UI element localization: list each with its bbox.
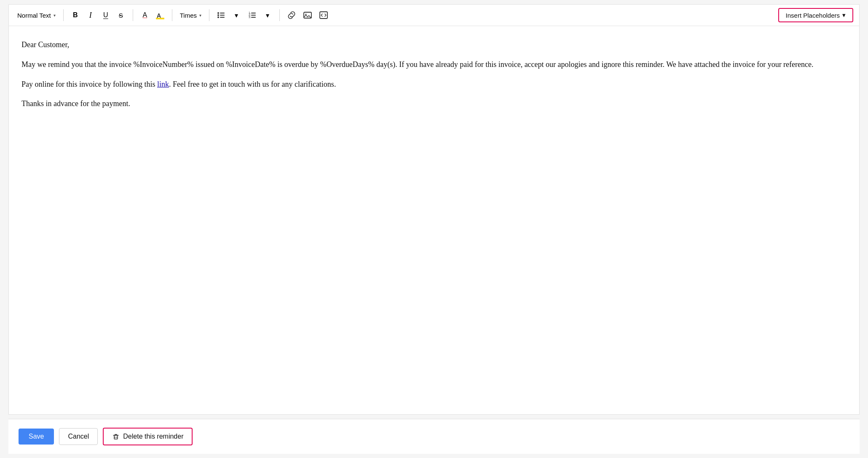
image-icon — [303, 11, 312, 20]
save-button[interactable]: Save — [19, 429, 54, 445]
color-group: A A — [138, 8, 167, 22]
invoice-link[interactable]: link — [157, 80, 169, 88]
svg-point-2 — [217, 12, 219, 14]
divider-1 — [63, 9, 64, 21]
insert-placeholders-arrow: ▾ — [842, 11, 846, 19]
font-select-arrow: ▾ — [199, 13, 201, 18]
cancel-button[interactable]: Cancel — [59, 428, 98, 445]
editor-wrapper: Normal Text ▾ B I U S A A — [8, 4, 860, 415]
style-select[interactable]: Normal Text ▾ — [15, 10, 58, 21]
strikethrough-button[interactable]: S — [114, 8, 128, 22]
unordered-list-button[interactable] — [214, 8, 228, 22]
font-select-label: Times — [180, 12, 197, 19]
unordered-list-dropdown[interactable]: ▾ — [230, 8, 243, 22]
divider-5 — [279, 9, 280, 21]
editor-content[interactable]: Dear Customer, May we remind you that th… — [9, 26, 859, 414]
highlight-button[interactable]: A — [153, 8, 167, 22]
svg-point-6 — [217, 16, 219, 18]
svg-rect-7 — [220, 17, 225, 18]
highlight-icon: A — [156, 11, 164, 19]
link-button[interactable] — [285, 8, 298, 22]
svg-point-4 — [217, 14, 219, 16]
svg-rect-9 — [251, 13, 256, 13]
link-icon — [287, 11, 296, 20]
ordered-list-arrow: ▾ — [266, 11, 269, 19]
embed-icon — [319, 11, 328, 20]
bottom-bar: Save Cancel Delete this reminder — [8, 419, 860, 454]
strikethrough-label: S — [119, 12, 123, 19]
toolbar: Normal Text ▾ B I U S A A — [9, 5, 859, 26]
underline-button[interactable]: U — [99, 8, 113, 22]
divider-2 — [133, 9, 133, 21]
svg-rect-13 — [251, 17, 256, 18]
insert-placeholders-button[interactable]: Insert Placeholders ▾ — [778, 8, 853, 22]
paragraph-thanks: Thanks in advance for the payment. — [21, 98, 847, 110]
list-group: ▾ — [214, 8, 243, 22]
ordered-list-icon: 1. 2. 3. — [248, 11, 257, 19]
font-select[interactable]: Times ▾ — [177, 10, 204, 21]
ordered-list-dropdown[interactable]: ▾ — [261, 8, 274, 22]
ordered-list-button[interactable]: 1. 2. 3. — [246, 8, 259, 22]
unordered-list-icon — [217, 11, 225, 19]
image-button[interactable] — [301, 8, 314, 22]
paragraph-link: Pay online for this invoice by following… — [21, 78, 847, 91]
unordered-list-arrow: ▾ — [235, 11, 238, 19]
divider-3 — [172, 9, 172, 21]
trash-icon — [112, 433, 120, 440]
divider-4 — [209, 9, 209, 21]
svg-rect-3 — [220, 13, 225, 13]
font-color-icon: A — [142, 11, 147, 19]
svg-rect-11 — [251, 15, 256, 16]
paragraph-greeting: Dear Customer, — [21, 39, 847, 51]
svg-rect-1 — [156, 18, 164, 19]
insert-placeholders-label: Insert Placeholders — [786, 12, 840, 19]
paragraph-body: May we remind you that the invoice %Invo… — [21, 59, 847, 71]
delete-button[interactable]: Delete this reminder — [103, 428, 193, 445]
bold-button[interactable]: B — [69, 8, 82, 22]
ordered-list-group: 1. 2. 3. ▾ — [246, 8, 274, 22]
svg-text:3.: 3. — [249, 16, 251, 19]
style-group: Normal Text ▾ — [15, 10, 58, 21]
font-color-button[interactable]: A — [138, 8, 152, 22]
style-select-arrow: ▾ — [54, 13, 56, 18]
style-select-label: Normal Text — [17, 12, 51, 19]
italic-button[interactable]: I — [84, 8, 97, 22]
delete-button-label: Delete this reminder — [123, 433, 183, 440]
embed-button[interactable] — [317, 8, 330, 22]
format-group: B I U S — [69, 8, 128, 22]
svg-rect-5 — [220, 15, 225, 16]
underline-label: U — [103, 11, 108, 19]
svg-rect-17 — [114, 435, 118, 439]
